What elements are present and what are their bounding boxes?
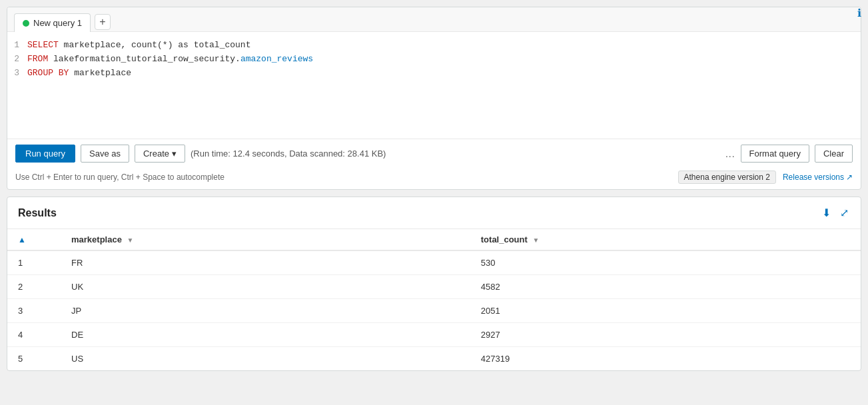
results-table-body: 1 FR 530 2 UK 4582 3 JP 2051 4 DE 2927 5… [7,250,861,370]
sort-icon-totalcount: ▼ [532,236,539,244]
cell-rownum: 1 [7,250,61,275]
release-link-text: Release versions [783,173,844,182]
tab-label: New query 1 [33,18,82,28]
clear-button[interactable]: Clear [815,145,853,163]
col-totalcount-label: total_count [481,234,528,244]
results-table: ▲ marketplace ▼ total_count ▼ 1 FR 530 2… [7,229,861,370]
shortcut-hint: Use Ctrl + Enter to run query, Ctrl + Sp… [15,173,224,182]
col-header-marketplace[interactable]: marketplace ▼ [61,229,470,250]
cell-marketplace: DE [61,323,470,347]
info-icon[interactable]: ℹ [857,7,861,19]
add-tab-button[interactable]: + [95,14,111,30]
cell-rownum: 3 [7,299,61,323]
code-content-3: GROUP BY marketplace [27,67,131,81]
cell-rownum: 4 [7,323,61,347]
results-panel: Results ⬇ ⤢ ▲ marketplace ▼ total_count [7,197,861,371]
cell-rownum: 5 [7,347,61,371]
table-header: ▲ marketplace ▼ total_count ▼ [7,229,861,250]
code-editor[interactable]: 1 SELECT marketplace, count(*) as total_… [7,32,861,139]
page-wrapper: ℹ New query 1 + 1 SELECT marketplace, co… [0,0,868,405]
line-num-1: 1 [7,39,27,53]
cell-marketplace: US [61,347,470,371]
code-line-2: 2 FROM lakeformation_tutorial_row_securi… [7,53,854,67]
cell-totalcount: 4582 [470,275,861,299]
create-chevron-icon: ▾ [172,149,177,159]
cell-marketplace: UK [61,275,470,299]
query-tab-1[interactable]: New query 1 [14,13,91,32]
download-button[interactable]: ⬇ [821,205,832,220]
code-line-3: 3 GROUP BY marketplace [7,67,854,81]
table-header-row: ▲ marketplace ▼ total_count ▼ [7,229,861,250]
query-toolbar: Run query Save as Create ▾ (Run time: 12… [7,139,861,168]
cell-rownum: 2 [7,275,61,299]
results-actions: ⬇ ⤢ [821,205,850,220]
tab-status-dot [23,20,29,27]
cell-marketplace: FR [61,250,470,275]
save-as-button[interactable]: Save as [81,145,129,163]
table-row: 2 UK 4582 [7,275,861,299]
create-label: Create [143,149,169,159]
external-link-icon: ↗ [846,173,853,182]
sort-icon-marketplace: ▼ [127,236,134,244]
cell-totalcount: 530 [470,250,861,275]
hints-row: Use Ctrl + Enter to run query, Ctrl + Sp… [7,168,861,189]
expand-button[interactable]: ⤢ [839,205,850,220]
code-content-2: FROM lakeformation_tutorial_row_security… [27,53,313,67]
code-line-1: 1 SELECT marketplace, count(*) as total_… [7,39,854,53]
line-num-3: 3 [7,67,27,81]
col-header-total-count[interactable]: total_count ▼ [470,229,861,250]
results-header: Results ⬇ ⤢ [7,197,861,229]
table-row: 3 JP 2051 [7,299,861,323]
sort-up-icon: ▲ [18,235,26,244]
cell-totalcount: 2927 [470,323,861,347]
more-dots[interactable]: ... [725,149,735,159]
engine-version-badge: Athena engine version 2 [678,171,776,184]
query-tabs: New query 1 + [7,7,861,32]
run-query-button[interactable]: Run query [15,145,75,163]
format-query-button[interactable]: Format query [741,145,809,163]
table-row: 4 DE 2927 [7,323,861,347]
create-button[interactable]: Create ▾ [135,145,185,163]
release-versions-link[interactable]: Release versions ↗ [783,173,853,182]
cell-marketplace: JP [61,299,470,323]
results-title: Results [18,207,57,219]
table-row: 1 FR 530 [7,250,861,275]
query-panel: New query 1 + 1 SELECT marketplace, coun… [7,7,861,190]
line-num-2: 2 [7,53,27,67]
table-row: 5 US 427319 [7,347,861,371]
run-info: (Run time: 12.4 seconds, Data scanned: 2… [191,149,720,159]
toolbar-right: Format query Clear [741,145,853,163]
cell-totalcount: 427319 [470,347,861,371]
cell-totalcount: 2051 [470,299,861,323]
col-header-rownum[interactable]: ▲ [7,229,61,250]
code-content-1: SELECT marketplace, count(*) as total_co… [27,39,250,53]
col-marketplace-label: marketplace [71,234,122,244]
engine-info: Athena engine version 2 Release versions… [678,171,853,184]
